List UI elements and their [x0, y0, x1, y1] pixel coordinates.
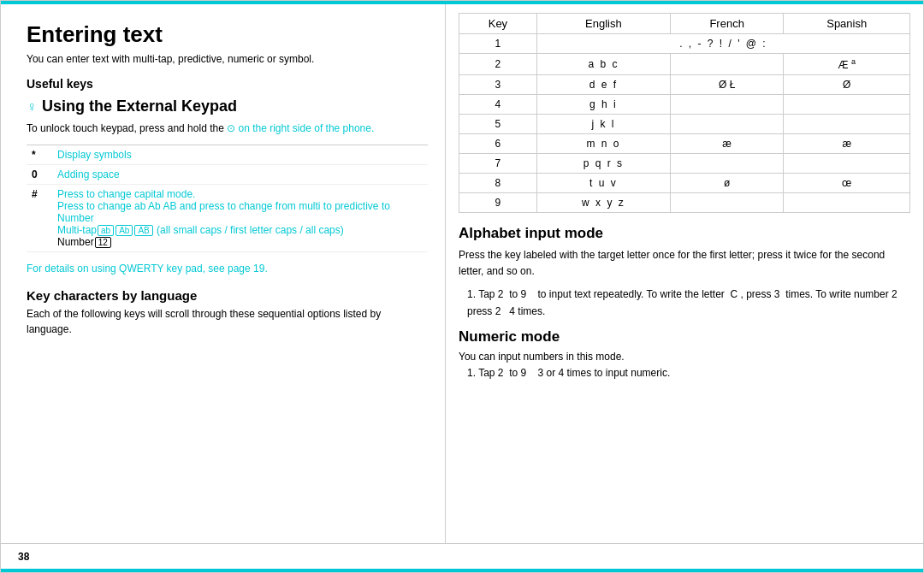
alphabet-desc: Press the key labeled with the target le… — [459, 247, 910, 280]
key3-french: Ø Ł — [670, 75, 784, 95]
key9-french — [670, 193, 784, 213]
keypad-icon: ♀ — [27, 99, 37, 115]
col-header-french: French — [670, 14, 784, 34]
table-header-row: Key English French Spanish — [459, 14, 910, 34]
key6-french: æ — [670, 134, 784, 154]
table-row: * Display symbols — [27, 145, 428, 165]
page-subtitle: You can enter text with multi-tap, predi… — [27, 53, 428, 65]
right-column: Key English French Spanish 1 . , - ? ! /… — [446, 4, 923, 543]
bottom-bar: 38 — [1, 543, 923, 569]
table-row: # Press to change capital mode. Press to… — [27, 185, 428, 252]
table-row: 2 a b c Æ a — [459, 54, 910, 75]
table-row: 7 p q r s — [459, 154, 910, 174]
bottom-accent-line — [1, 569, 923, 572]
superscript-a: a — [851, 57, 856, 66]
col-header-key: Key — [459, 14, 537, 34]
key7-french — [670, 154, 784, 174]
key-star: * — [27, 145, 52, 165]
key5-french — [670, 115, 784, 134]
key2-spanish: Æ a — [784, 54, 910, 75]
key-cell: 6 — [459, 134, 537, 154]
alphabet-list: 1. Tap 2 to 9 to input text repeatedly. … — [467, 286, 910, 319]
alphabet-heading: Alphabet input mode — [459, 225, 910, 242]
key-cell: 4 — [459, 95, 537, 115]
lang-desc: Each of the following keys will scroll t… — [27, 306, 428, 337]
key4-spanish — [784, 95, 910, 115]
key-star-desc: Display symbols — [52, 145, 428, 165]
badge-12: 12 — [95, 237, 111, 248]
badge-AB: AB — [134, 225, 152, 236]
key1-chars: . , - ? ! / ' @ : — [536, 34, 909, 54]
hash-line2: Press to change ab Ab AB and press to ch… — [57, 200, 423, 224]
table-row: 9 w x y z — [459, 193, 910, 213]
keys-table: * Display symbols 0 Adding space # Press… — [27, 145, 428, 252]
key4-english: g h i — [536, 95, 670, 115]
table-row: 6 m n o æ æ — [459, 134, 910, 154]
left-column: Entering text You can enter text with mu… — [1, 4, 446, 543]
numeric-section: Numeric mode You can input numbers in th… — [459, 328, 910, 381]
unlock-text: To unlock touch keypad, press and hold t… — [27, 121, 428, 136]
qwerty-link[interactable]: For details on using QWERTY key pad, see… — [27, 263, 428, 275]
col-header-spanish: Spanish — [784, 14, 910, 34]
key-cell: 1 — [459, 34, 537, 54]
key6-english: m n o — [536, 134, 670, 154]
key5-spanish — [784, 115, 910, 134]
key6-spanish: æ — [784, 134, 910, 154]
key9-english: w x y z — [536, 193, 670, 213]
key2-french — [670, 54, 784, 75]
key8-english: t u v — [536, 174, 670, 193]
badge-ab: ab — [98, 225, 114, 236]
unlock-text-cyan: ⊙ on the right side of the phone. — [227, 122, 374, 134]
key-cell: 5 — [459, 115, 537, 134]
page-number: 38 — [18, 551, 29, 563]
list-item: 1. Tap 2 to 9 3 or 4 times to input nume… — [467, 365, 910, 381]
table-row: 1 . , - ? ! / ' @ : — [459, 34, 910, 54]
table-row: 4 g h i — [459, 95, 910, 115]
key-hash: # — [27, 185, 52, 252]
col-header-english: English — [536, 14, 670, 34]
key7-english: p q r s — [536, 154, 670, 174]
numeric-desc: You can input numbers in this mode. — [459, 349, 910, 365]
key8-spanish: œ — [784, 174, 910, 193]
lang-section: Key characters by language Each of the f… — [27, 288, 428, 337]
key7-spanish — [784, 154, 910, 174]
key-hash-desc: Press to change capital mode. Press to c… — [52, 185, 428, 252]
lang-heading: Key characters by language — [27, 288, 428, 303]
keypad-heading-text: Using the External Keypad — [42, 97, 237, 115]
key-cell: 7 — [459, 154, 537, 174]
hash-line3: Multi-tapabAbAB (all small caps / first … — [57, 224, 423, 236]
table-row: 8 t u v ø œ — [459, 174, 910, 193]
key-zero-desc: Adding space — [52, 165, 428, 185]
page-title: Entering text — [27, 21, 428, 48]
useful-keys-heading: Useful keys — [27, 77, 428, 91]
key5-english: j k l — [536, 115, 670, 134]
key-cell: 9 — [459, 193, 537, 213]
badge-Ab: Ab — [116, 225, 133, 236]
hash-line4: Number12 — [57, 236, 423, 248]
key-zero: 0 — [27, 165, 52, 185]
key2-english: a b c — [536, 54, 670, 75]
table-row: 3 d e f Ø Ł Ø — [459, 75, 910, 95]
key9-spanish — [784, 193, 910, 213]
table-row: 5 j k l — [459, 115, 910, 134]
key-cell: 3 — [459, 75, 537, 95]
keypad-heading: ♀ Using the External Keypad — [27, 97, 428, 115]
key4-french — [670, 95, 784, 115]
table-row: 0 Adding space — [27, 165, 428, 185]
list-item: 1. Tap 2 to 9 to input text repeatedly. … — [467, 286, 910, 319]
key3-spanish: Ø — [784, 75, 910, 95]
key-cell: 8 — [459, 174, 537, 193]
key8-french: ø — [670, 174, 784, 193]
key3-english: d e f — [536, 75, 670, 95]
numeric-list: 1. Tap 2 to 9 3 or 4 times to input nume… — [467, 365, 910, 381]
unlock-text-part1: To unlock touch keypad, press and hold t… — [27, 122, 227, 134]
char-table: Key English French Spanish 1 . , - ? ! /… — [459, 13, 910, 213]
hash-line1: Press to change capital mode. — [57, 188, 423, 200]
alphabet-section: Alphabet input mode Press the key labele… — [459, 225, 910, 320]
key-cell: 2 — [459, 54, 537, 75]
numeric-heading: Numeric mode — [459, 328, 910, 346]
